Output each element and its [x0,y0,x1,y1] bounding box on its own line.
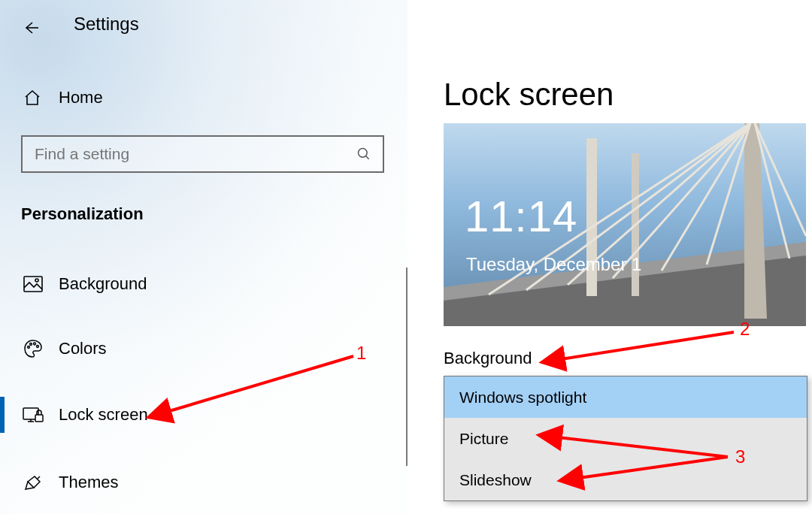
annotation-number-1: 1 [356,343,366,364]
dropdown-option-label: Picture [459,430,508,448]
sidebar-home-label: Home [59,88,103,107]
svg-point-3 [28,346,30,349]
themes-icon [21,473,45,492]
svg-point-4 [30,343,32,346]
preview-date: Tuesday, December 1 [466,254,641,275]
search-input[interactable] [23,145,345,163]
sidebar-item-background[interactable]: Background [0,263,406,305]
annotation-number-2: 2 [740,319,750,340]
svg-point-2 [35,279,38,282]
sidebar-item-colors[interactable]: Colors [0,328,406,370]
svg-rect-8 [35,415,43,422]
annotation-number-3: 3 [735,446,745,467]
back-button[interactable] [20,17,42,39]
sidebar-category-header: Personalization [21,204,144,224]
svg-point-5 [34,343,36,345]
back-arrow-icon [22,19,40,37]
dropdown-option-label: Windows spotlight [459,389,586,407]
sidebar-item-label: Lock screen [59,405,148,425]
search-box[interactable] [21,135,384,173]
dropdown-option-label: Slideshow [459,471,532,489]
svg-rect-1 [24,277,42,292]
home-icon [21,89,44,107]
sidebar-item-label: Background [59,274,147,294]
background-label: Background [444,349,532,368]
app-title: Settings [74,14,139,35]
sidebar-item-label: Colors [59,339,107,358]
svg-line-18 [662,123,750,271]
svg-line-19 [707,123,750,265]
lock-screen-preview: 11:14 Tuesday, December 1 [444,123,806,326]
svg-point-0 [359,149,368,158]
sidebar-item-home[interactable]: Home [21,81,382,114]
sidebar-item-themes[interactable]: Themes [0,461,406,503]
sidebar-item-label: Themes [59,473,118,492]
page-title: Lock screen [444,77,614,113]
picture-icon [21,276,45,292]
settings-sidebar: Settings Home Personalization [0,0,408,514]
background-dropdown[interactable]: Windows spotlight Picture Slideshow [444,376,807,501]
main-content: Lock screen [408,0,812,514]
dropdown-option-picture[interactable]: Picture [444,418,807,459]
dropdown-option-windows-spotlight[interactable]: Windows spotlight [444,376,807,418]
palette-icon [21,339,45,358]
search-icon [345,147,383,162]
sidebar-item-lock-screen[interactable]: Lock screen [0,394,406,436]
svg-point-6 [37,346,39,348]
lock-screen-icon [21,406,45,424]
preview-time: 11:14 [465,191,577,241]
dropdown-option-slideshow[interactable]: Slideshow [444,459,807,500]
